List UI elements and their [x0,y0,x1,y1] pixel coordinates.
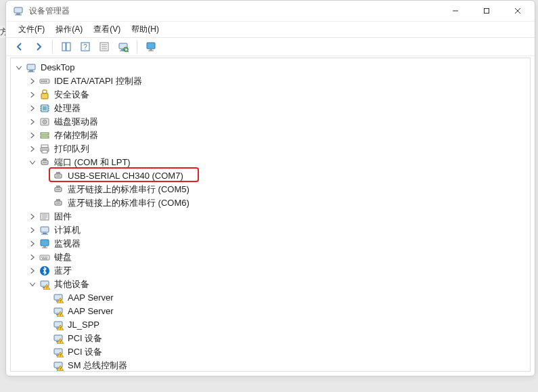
tree-item[interactable]: 安全设备 [11,88,530,102]
expand-toggle[interactable] [27,211,38,222]
tree-item[interactable]: 固件 [11,210,530,223]
printer-icon [39,144,50,154]
ide-icon [39,76,50,87]
window-title: 设备管理器 [29,5,440,17]
tree-item-label: PCI 设备 [68,345,108,359]
minimize-button[interactable] [440,1,471,21]
warn-icon [39,279,50,290]
tree-item-label: 固件 [54,210,77,223]
tree-item[interactable]: 蓝牙链接上的标准串行 (COM6) [11,196,530,210]
expand-toggle[interactable] [27,144,38,154]
tree-item[interactable]: 监视器 [11,237,530,251]
tree-item[interactable]: 蓝牙链接上的标准串行 (COM5) [11,183,530,196]
svg-rect-50 [485,9,489,14]
toolbar-details-button[interactable] [96,39,112,54]
toolbar-separator [137,40,137,53]
expand-toggle[interactable] [27,238,38,249]
warn-icon [53,333,64,344]
toolbar-back-button[interactable] [12,39,28,54]
expand-toggle[interactable] [27,225,38,236]
expand-toggle[interactable] [27,116,38,127]
tree-item[interactable]: 其他设备 [11,278,530,291]
tree-item-label: 蓝牙链接上的标准串行 (COM6) [68,196,195,210]
tree-item[interactable]: SM 总线控制器 [11,359,530,372]
disk-icon [39,116,50,127]
titlebar[interactable]: 设备管理器 [6,1,535,21]
expand-toggle[interactable] [27,265,38,276]
tree-item[interactable]: 磁盘驱动器 [11,115,530,129]
toolbar-scan-button[interactable] [115,39,131,54]
tree-item[interactable]: PCI 设备 [11,332,530,345]
svg-line-62 [127,51,129,52]
warn-icon [53,306,64,317]
tree-item-label: 存储控制器 [54,129,104,142]
maximize-button[interactable] [471,1,502,21]
left-window-edge: 方 [0,26,5,38]
menu-action[interactable]: 操作(A) [50,22,88,37]
device-tree-pane[interactable]: DeskTop IDE ATA/ATAPI 控制器 安全设备 处理器 磁盘驱动器… [10,58,531,372]
tree-item-label: 计算机 [54,223,86,237]
tree-item[interactable]: 键盘 [11,251,530,264]
device-tree: DeskTop IDE ATA/ATAPI 控制器 安全设备 处理器 磁盘驱动器… [11,58,530,372]
tree-item[interactable]: USB-SERIAL CH340 (COM7) [11,169,530,183]
warn-icon [53,320,64,330]
toolbar-show-hide-tree-button[interactable] [58,39,74,54]
expand-toggle[interactable] [27,157,38,168]
expand-toggle[interactable] [27,103,38,114]
tree-item[interactable]: 存储控制器 [11,129,530,142]
tree-item[interactable]: 处理器 [11,102,530,115]
computer-icon [39,225,50,236]
port-icon [53,198,64,209]
port-icon [53,184,64,195]
tree-item[interactable]: 端口 (COM 和 LPT) [11,156,530,169]
warn-icon [53,347,64,357]
menu-view[interactable]: 查看(V) [88,22,126,37]
toolbar-help-button[interactable]: ? [77,39,93,54]
expand-toggle[interactable] [14,62,24,73]
tree-item[interactable]: PCI 设备 [11,345,530,359]
tree-item[interactable]: 蓝牙 [11,264,530,278]
close-button[interactable] [502,1,533,21]
warn-icon [53,292,64,303]
tree-item[interactable]: 打印队列 [11,142,530,156]
firmware-icon [39,211,50,222]
computer-icon [26,62,37,73]
tree-item[interactable]: 计算机 [11,223,530,237]
port-icon [53,171,64,181]
svg-rect-53 [62,43,66,51]
toolbar-monitor-button[interactable] [143,39,159,54]
toolbar-separator [52,40,53,53]
expand-toggle[interactable] [27,252,38,263]
menu-help[interactable]: 帮助(H) [126,22,164,37]
tree-item-label: 磁盘驱动器 [54,115,104,129]
tree-item-label: USB-SERIAL CH340 (COM7) [68,169,189,183]
storage-icon [39,130,50,141]
tree-item[interactable]: JL_SPP [11,318,530,332]
monitor-icon [39,238,50,249]
security-icon [39,89,50,100]
tree-item-label: AAP Server [68,291,119,305]
tree-item-label: 键盘 [54,251,77,264]
tree-item-label: IDE ATA/ATAPI 控制器 [54,74,148,88]
toolbar-forward-button[interactable] [30,39,47,54]
svg-text:?: ? [83,43,87,51]
expand-toggle[interactable] [27,76,38,87]
device-manager-window: 设备管理器 文件(F) 操作(A) 查看(V) 帮助(H) ? DeskTop … [5,0,535,376]
tree-item[interactable]: DeskTop [11,61,530,74]
taskbar-fragment [229,383,269,390]
tree-item-label: 蓝牙链接上的标准串行 (COM5) [68,183,195,196]
expand-toggle[interactable] [27,130,38,141]
expand-toggle[interactable] [27,279,38,290]
menu-file[interactable]: 文件(F) [13,22,50,37]
tree-item-label: PCI 设备 [68,332,108,345]
tree-item[interactable]: AAP Server [11,305,530,318]
tree-item[interactable]: AAP Server [11,291,530,305]
tree-item-label: 监视器 [54,237,86,251]
tree-item-label: 蓝牙 [54,264,77,278]
app-icon [13,5,24,16]
tree-item-label: AAP Server [68,305,119,318]
tree-item-label: 安全设备 [54,88,95,102]
expand-toggle[interactable] [27,89,38,100]
tree-item[interactable]: IDE ATA/ATAPI 控制器 [11,74,530,88]
tree-item-label: 处理器 [54,102,86,115]
